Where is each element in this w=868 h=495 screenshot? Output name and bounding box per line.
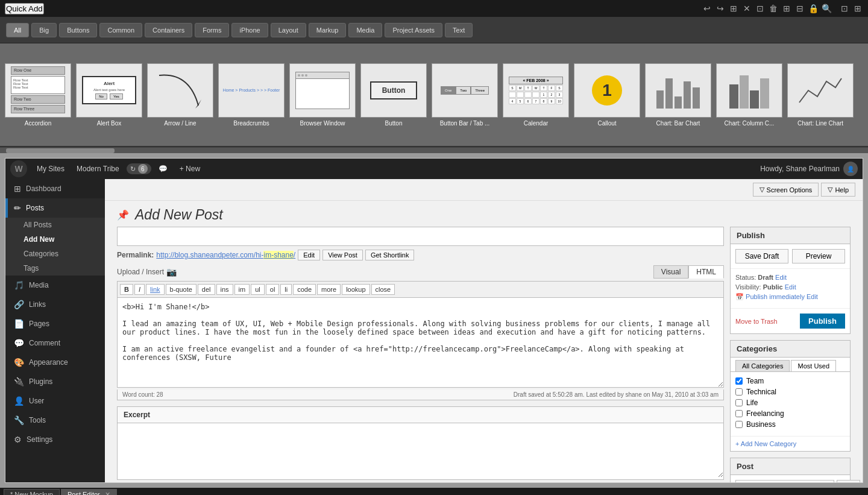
copy-icon[interactable]: ⊡ — [755, 4, 766, 13]
gallery-item-button[interactable]: Button Button — [360, 63, 427, 127]
taskbar-close-post-editor[interactable]: ✕ — [105, 491, 110, 496]
sidebar-item-media[interactable]: 🎵 Media — [5, 276, 105, 295]
toolbar-lookup[interactable]: lookup — [342, 284, 370, 295]
taskbar-tab-post-editor[interactable]: Post Editor ✕ — [61, 489, 117, 496]
redo-icon[interactable]: ↪ — [715, 4, 726, 13]
publish-button[interactable]: Publish — [800, 314, 845, 329]
permalink-edit-button[interactable]: Edit — [298, 250, 320, 260]
updates-badge[interactable]: ↻ 6 — [127, 163, 151, 174]
tab-buttons[interactable]: Buttons — [59, 23, 97, 37]
toolbar-close[interactable]: close — [371, 284, 395, 295]
horizontal-scrollbar[interactable] — [0, 147, 868, 153]
gallery-item-calendar[interactable]: « FEB 2008 » SMT WTF S 12 3 456 789 10 C… — [503, 63, 569, 127]
gallery-item-browser-window[interactable]: Browser Window — [289, 63, 356, 127]
undo-icon[interactable]: ↩ — [702, 4, 712, 13]
tab-all[interactable]: All — [6, 23, 29, 37]
delete-icon[interactable]: 🗑 — [768, 4, 779, 13]
tab-containers[interactable]: Containers — [145, 23, 192, 37]
gallery-item-callout[interactable]: 1 Callout — [574, 63, 640, 127]
tag-input[interactable] — [735, 480, 834, 482]
gallery-item-button-bar[interactable]: One Two Three Button Bar / Tab ... — [432, 63, 498, 127]
quick-add-button[interactable]: Quick Add — [5, 3, 44, 14]
view-post-button[interactable]: View Post — [322, 250, 363, 260]
toolbar-more[interactable]: more — [317, 284, 341, 295]
gallery-item-alert-box[interactable]: Alert Alert text goes here No Yes Alert … — [76, 63, 142, 127]
minimize-icon[interactable]: ⊡ — [839, 4, 850, 13]
toolbar-italic[interactable]: I — [134, 284, 145, 295]
toolbar-del[interactable]: del — [198, 284, 215, 295]
ungroup-icon[interactable]: ⊟ — [794, 4, 805, 13]
screen-options-button[interactable]: ▽ Screen Options — [753, 183, 819, 197]
sidebar-item-user[interactable]: 👤 User — [5, 391, 105, 411]
html-tab[interactable]: HTML — [688, 265, 724, 279]
toolbar-im[interactable]: im — [234, 284, 250, 295]
gallery-item-breadcrumbs[interactable]: Home > Products > > > Footer Breadcrumbs — [218, 63, 285, 127]
modern-tribe-link[interactable]: Modern Tribe — [72, 162, 124, 175]
upload-icon[interactable]: 📷 — [166, 267, 177, 277]
tab-project-assets[interactable]: Project Assets — [385, 23, 442, 37]
sidebar-item-tools[interactable]: 🔧 Tools — [5, 411, 105, 430]
toolbar-li[interactable]: li — [280, 284, 292, 295]
submenu-tags[interactable]: Tags — [5, 261, 105, 276]
publish-time-link[interactable]: Publish immediately Edit — [746, 293, 818, 300]
gallery-item-column-chart[interactable]: Chart: Column C... — [716, 63, 782, 127]
sidebar-item-appearance[interactable]: 🎨 Appearance — [5, 353, 105, 372]
tab-common[interactable]: Common — [99, 23, 142, 37]
grid-icon[interactable]: ⊞ — [728, 4, 739, 13]
sidebar-item-settings[interactable]: ⚙ Settings — [5, 430, 105, 449]
cut-icon[interactable]: ✕ — [741, 4, 752, 13]
taskbar-tab-new-mockup[interactable]: * New Mockup — [4, 489, 60, 495]
preview-button[interactable]: Preview — [792, 249, 845, 263]
visibility-edit-link[interactable]: Edit — [785, 283, 796, 291]
cat-checkbox-team[interactable] — [735, 377, 743, 385]
post-title-input[interactable]: Hi I'm Shane — [117, 227, 724, 246]
sidebar-item-pages[interactable]: 📄 Pages — [5, 314, 105, 333]
tab-markup[interactable]: Markup — [309, 23, 347, 37]
sidebar-item-links[interactable]: 🔗 Links — [5, 295, 105, 314]
sidebar-item-dashboard[interactable]: ⊞ Dashboard — [5, 179, 105, 198]
tab-big[interactable]: Big — [31, 23, 57, 37]
get-shortlink-button[interactable]: Get Shortlink — [365, 250, 415, 260]
add-tag-button[interactable]: Add — [837, 480, 860, 482]
all-categories-tab[interactable]: All Categories — [735, 360, 790, 371]
submenu-categories[interactable]: Categories — [5, 247, 105, 261]
submenu-add-new[interactable]: Add New — [5, 232, 105, 247]
most-used-tab[interactable]: Most Used — [791, 360, 836, 371]
sidebar-item-plugins[interactable]: 🔌 Plugins — [5, 372, 105, 391]
toolbar-code[interactable]: code — [293, 284, 316, 295]
tab-forms[interactable]: Forms — [195, 23, 229, 37]
toolbar-ul[interactable]: ul — [251, 284, 265, 295]
lock-icon[interactable]: 🔒 — [808, 4, 819, 13]
cat-checkbox-technical[interactable] — [735, 388, 743, 396]
toolbar-link[interactable]: link — [146, 284, 165, 295]
toolbar-bquote[interactable]: b-quote — [166, 284, 197, 295]
editor-content[interactable]: <b>Hi I'm Shane!</b> I lead an amazing t… — [117, 297, 724, 388]
toolbar-ol[interactable]: ol — [266, 284, 280, 295]
sidebar-item-posts[interactable]: ✏ Posts — [5, 198, 105, 218]
tab-text[interactable]: Text — [445, 23, 473, 37]
cat-checkbox-business[interactable] — [735, 421, 743, 428]
toolbar-ins[interactable]: ins — [216, 284, 233, 295]
search-icon[interactable]: 🔍 — [821, 4, 832, 13]
tab-layout[interactable]: Layout — [271, 23, 306, 37]
gallery-item-accordion[interactable]: Row One Row TextRow TextRow Text Row Two… — [5, 63, 71, 127]
submenu-all-posts[interactable]: All Posts — [5, 218, 105, 232]
comment-icon-link[interactable]: 💬 — [154, 162, 172, 175]
maximize-icon[interactable]: ⊞ — [852, 4, 863, 13]
help-button[interactable]: ▽ Help — [821, 183, 855, 197]
gallery-item-bar-chart[interactable]: Chart: Bar Chart — [645, 63, 711, 127]
tab-media[interactable]: Media — [348, 23, 382, 37]
status-edit-link[interactable]: Edit — [775, 274, 787, 281]
cat-checkbox-freelancing[interactable] — [735, 410, 743, 417]
visual-tab[interactable]: Visual — [653, 265, 688, 279]
cat-checkbox-life[interactable] — [735, 399, 743, 406]
add-new-category-link[interactable]: + Add New Category — [731, 436, 850, 451]
move-to-trash-link[interactable]: Move to Trash — [735, 318, 778, 325]
group-icon[interactable]: ⊞ — [781, 4, 792, 13]
gallery-item-arrow[interactable]: Arrow / Line — [147, 63, 213, 127]
gallery-item-line-chart[interactable]: Chart: Line Chart — [787, 63, 854, 127]
my-sites-link[interactable]: My Sites — [32, 162, 69, 175]
save-draft-button[interactable]: Save Draft — [735, 249, 788, 263]
new-button[interactable]: + New — [175, 162, 205, 175]
excerpt-textarea[interactable] — [118, 423, 723, 478]
